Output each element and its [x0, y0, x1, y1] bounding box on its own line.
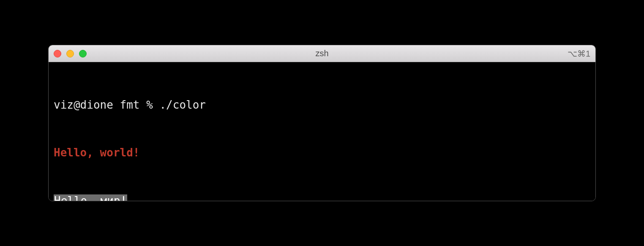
terminal-body[interactable]: viz@dione fmt % ./color Hello, world! He… [49, 62, 595, 201]
window-shortcut: ⌥⌘1 [568, 49, 590, 59]
titlebar: zsh ⌥⌘1 [49, 45, 595, 62]
prompt: viz@dione fmt % [54, 98, 159, 111]
command-line: viz@dione fmt % ./color [54, 97, 590, 113]
terminal-window: zsh ⌥⌘1 viz@dione fmt % ./color Hello, w… [48, 45, 596, 201]
maximize-icon[interactable] [79, 50, 87, 57]
output-line-2: Hello, мир! [54, 193, 590, 202]
traffic-lights [54, 50, 87, 57]
output-line-1: Hello, world! [54, 145, 590, 161]
command-text: ./color [159, 98, 206, 111]
window-title: zsh [49, 49, 595, 58]
close-icon[interactable] [54, 50, 61, 57]
output-line-2-text: Hello, мир! [54, 194, 127, 202]
minimize-icon[interactable] [66, 50, 74, 57]
